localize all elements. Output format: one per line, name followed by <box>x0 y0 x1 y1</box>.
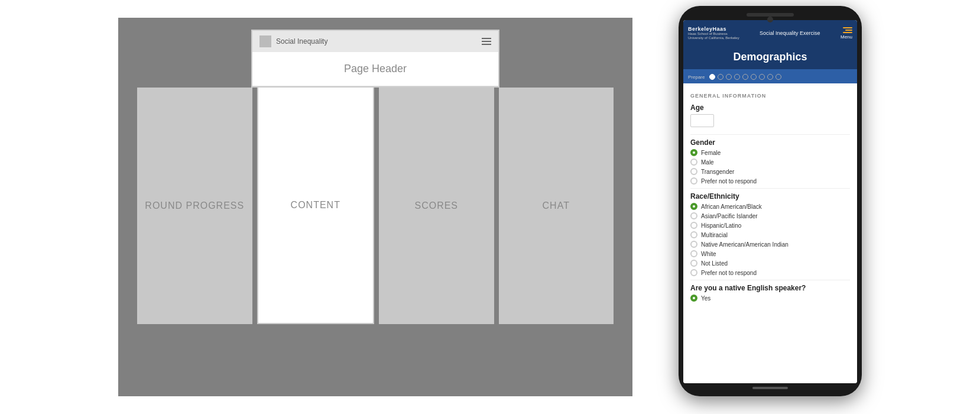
round-progress-panel: ROUND PROGRESS <box>137 88 252 324</box>
progress-dot-5 <box>742 74 748 80</box>
race-option-hispanic[interactable]: Hispanic/Latino <box>690 222 850 229</box>
race-multiracial-label: Multiracial <box>701 232 728 238</box>
gender-label: Gender <box>690 138 850 147</box>
radio-female[interactable] <box>690 149 697 156</box>
race-option-multiracial[interactable]: Multiracial <box>690 231 850 238</box>
radio-english-yes[interactable] <box>690 295 697 302</box>
age-label: Age <box>690 104 850 112</box>
race-native-american-label: Native American/American Indian <box>701 241 788 248</box>
progress-dot-6 <box>751 74 757 80</box>
age-input[interactable] <box>690 114 714 127</box>
phone-camera <box>767 17 773 22</box>
menu-label: Menu <box>841 34 852 40</box>
general-info-header: GENERAL INFORMATION <box>690 93 766 99</box>
progress-dot-8 <box>767 74 773 80</box>
phone-content-area: GENERAL INFORMATION Age Gender Female Ma… <box>683 83 857 383</box>
radio-native-american[interactable] <box>690 241 697 248</box>
content-panel: CONTENT <box>257 88 375 324</box>
gender-option-male[interactable]: Male <box>690 159 850 166</box>
gender-option-transgender[interactable]: Transgender <box>690 168 850 175</box>
progress-dot-2 <box>718 74 723 80</box>
gender-option-female[interactable]: Female <box>690 149 850 156</box>
app-header-top: Social Inequality <box>252 31 498 52</box>
progress-dot-7 <box>759 74 765 80</box>
race-option-native-american[interactable]: Native American/American Indian <box>690 241 850 248</box>
phone-header-title: Social Inequality Exercise <box>739 30 841 36</box>
hamburger-line-1 <box>482 38 491 39</box>
gender-transgender-label: Transgender <box>701 169 734 175</box>
wireframe-area: Social Inequality Page Header ROUND PROG… <box>118 18 632 396</box>
race-hispanic-label: Hispanic/Latino <box>701 222 741 229</box>
app-title-text: Social Inequality <box>271 37 482 46</box>
panels-row: ROUND PROGRESS CONTENT SCORES CHAT <box>130 88 621 324</box>
berkeley-haas-logo: BerkeleyHaas Haas School of Business Uni… <box>688 26 739 40</box>
logo-bottom-line2: University of California, Berkeley <box>688 36 739 40</box>
progress-dot-4 <box>734 74 740 80</box>
radio-transgender[interactable] <box>690 168 697 175</box>
phone-screen: BerkeleyHaas Haas School of Business Uni… <box>683 20 857 383</box>
scene: Social Inequality Page Header ROUND PROG… <box>0 0 980 414</box>
logo-top-text: BerkeleyHaas <box>688 26 726 32</box>
page-header-text: Page Header <box>344 63 407 75</box>
race-white-label: White <box>701 251 716 257</box>
radio-not-listed[interactable] <box>690 260 697 267</box>
race-not-listed-label: Not Listed <box>701 260 728 267</box>
progress-bar-area: Prepare <box>683 70 857 83</box>
radio-african-american[interactable] <box>690 203 697 210</box>
logo-bottom-line1: Haas School of Business <box>688 32 728 36</box>
divider-1 <box>690 134 850 135</box>
divider-2 <box>690 188 850 189</box>
menu-line-1 <box>843 27 852 28</box>
english-option-yes[interactable]: Yes <box>690 295 850 302</box>
scores-panel: SCORES <box>379 88 494 324</box>
page-header-area: Page Header <box>252 52 498 86</box>
divider-3 <box>690 280 850 280</box>
progress-dot-9 <box>775 74 781 80</box>
race-option-white[interactable]: White <box>690 250 850 257</box>
radio-male[interactable] <box>690 159 697 166</box>
menu-button[interactable]: Menu <box>841 27 852 40</box>
radio-white[interactable] <box>690 250 697 257</box>
radio-multiracial[interactable] <box>690 231 697 238</box>
radio-asian[interactable] <box>690 212 697 219</box>
english-speaker-label: Are you a native English speaker? <box>690 284 850 292</box>
progress-dot-1 <box>709 74 715 80</box>
gender-female-label: Female <box>701 150 721 156</box>
race-option-asian[interactable]: Asian/Pacific Islander <box>690 212 850 219</box>
chat-label: CHAT <box>543 200 570 211</box>
race-asian-label: Asian/Pacific Islander <box>701 213 758 219</box>
wireframe-wrapper: Social Inequality Page Header ROUND PROG… <box>130 30 621 324</box>
menu-line-2 <box>845 30 852 31</box>
race-option-prefer-not[interactable]: Prefer not to respond <box>690 269 850 276</box>
radio-hispanic[interactable] <box>690 222 697 229</box>
content-label: CONTENT <box>291 200 340 211</box>
gender-option-prefer-not[interactable]: Prefer not to respond <box>690 177 850 185</box>
race-label: Race/Ethnicity <box>690 192 850 200</box>
progress-dot-3 <box>726 74 732 80</box>
phone-home-bar <box>752 387 788 389</box>
progress-label: Prepare <box>688 75 705 80</box>
race-african-american-label: African American/Black <box>701 203 762 210</box>
hamburger-icon <box>482 38 491 45</box>
gender-prefer-not-label: Prefer not to respond <box>701 178 757 185</box>
demographics-title-text: Demographics <box>733 51 807 63</box>
app-header-wireframe: Social Inequality Page Header <box>251 30 499 88</box>
hamburger-line-3 <box>482 44 491 45</box>
race-option-african-american[interactable]: African American/Black <box>690 203 850 210</box>
gender-male-label: Male <box>701 159 714 166</box>
round-progress-label: ROUND PROGRESS <box>145 200 244 211</box>
race-prefer-not-label: Prefer not to respond <box>701 270 757 276</box>
race-option-not-listed[interactable]: Not Listed <box>690 260 850 267</box>
scores-label: SCORES <box>414 200 458 211</box>
chat-panel: CHAT <box>499 88 614 324</box>
radio-prefer-not-gender[interactable] <box>690 177 697 185</box>
radio-prefer-not-race[interactable] <box>690 269 697 276</box>
hamburger-line-2 <box>482 41 491 42</box>
phone-app-header: BerkeleyHaas Haas School of Business Uni… <box>683 20 857 46</box>
menu-line-3 <box>843 32 852 33</box>
english-yes-label: Yes <box>701 295 710 302</box>
app-logo-placeholder <box>259 35 271 47</box>
demographics-title: Demographics <box>683 46 857 70</box>
phone-device: BerkeleyHaas Haas School of Business Uni… <box>679 6 862 396</box>
